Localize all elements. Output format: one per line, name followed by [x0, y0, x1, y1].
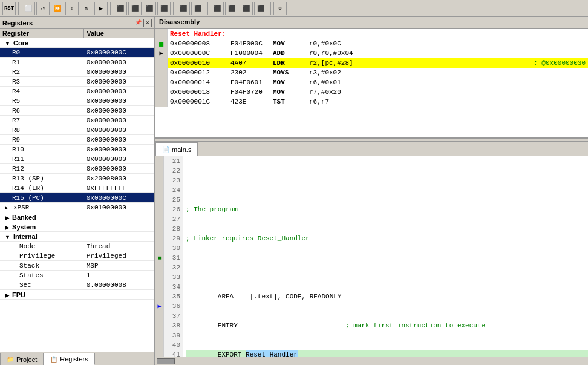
register-row-mode[interactable]: Mode Thread [0, 242, 154, 251]
rst-btn[interactable]: RST [2, 2, 16, 15]
line-num-26: 26 [164, 205, 180, 214]
register-row-sec[interactable]: Sec 0.00000008 [0, 280, 154, 290]
register-row-r2[interactable]: R2 0x00000000 [0, 67, 154, 77]
group-core[interactable]: ▼ Core [0, 38, 154, 48]
tb-btn-9[interactable]: ⬛ [143, 2, 156, 15]
hscroll-thumb[interactable] [157, 358, 175, 364]
register-row-r7[interactable]: R7 0x00000000 [0, 116, 154, 125]
system-expand-icon: ▶ [5, 225, 9, 231]
tb-btn-15[interactable]: ⬛ [240, 2, 253, 15]
right-panel: Disassembly Reset_Handler: ◼ 0x0000000 [155, 17, 588, 365]
gutter-breakpoint-31[interactable]: ■ [155, 253, 163, 263]
disasm-gutter-5 [155, 87, 168, 97]
comment-23: ; Linker requires Reset_Handler [186, 234, 310, 243]
disassembly-area[interactable]: Reset_Handler: ◼ 0x00000008 F04F000C MOV… [155, 29, 588, 138]
code-25: AREA |.text|, CODE, READONLY [186, 292, 341, 301]
register-row-r11[interactable]: R11 0x00000000 [0, 154, 154, 164]
disasm-label-text: Reset_Handler: [170, 30, 226, 38]
group-internal[interactable]: ▼ Internal [0, 232, 154, 242]
disasm-mnem-6: TST [273, 98, 309, 105]
tb-btn-7[interactable]: ⬛ [114, 2, 127, 15]
disasm-mnem-2: LDR [273, 59, 309, 67]
disasm-content-6: 0x0000001C 423E TST r6,r7 [168, 97, 588, 107]
register-row-xpsr[interactable]: ▶ xPSR 0x01000000 [0, 203, 154, 212]
registers-panel-title: Registers [2, 19, 33, 27]
disasm-line-3[interactable]: 0x00000012 2302 MOVS r3,#0x02 [155, 68, 588, 77]
disasm-line-1[interactable]: ▶ 0x0000000C F1000004 ADD r0,r0,#0x04 [155, 48, 588, 58]
tb-btn-6[interactable]: ▶ [94, 2, 108, 15]
tb-btn-11[interactable]: ⬛ [177, 2, 190, 15]
disasm-operand-5: r7,#0x20 [309, 88, 586, 96]
disasm-line-2[interactable]: 0x00000010 4A07 LDR r2,[pc,#28] ; @0x000… [155, 58, 588, 68]
source-area[interactable]: ■ ▶ 21 22 23 24 25 26 [155, 156, 588, 357]
tb-btn-10[interactable]: ⬛ [157, 2, 171, 15]
line-num-30: 30 [164, 243, 180, 253]
line-numbers: 21 22 23 24 25 26 27 28 29 30 31 32 33 3… [164, 156, 183, 357]
register-row-r6[interactable]: R6 0x00000000 [0, 106, 154, 116]
disasm-content-5: 0x00000018 F04F0720 MOV r7,#0x20 [168, 87, 588, 97]
register-row-r8[interactable]: R8 0x00000000 [0, 125, 154, 135]
line-num-36: 36 [164, 301, 180, 311]
tb-btn-8[interactable]: ⬛ [128, 2, 142, 15]
register-row-r9[interactable]: R9 0x00000000 [0, 135, 154, 145]
tb-btn-16[interactable]: ⬛ [254, 2, 267, 15]
disasm-hex-5: F04F0720 [230, 88, 273, 96]
gutter-spacer-30 [155, 243, 163, 253]
bottom-scrollbar[interactable] [155, 357, 588, 365]
source-code-content[interactable]: ; The program ; Linker requires Reset_Ha… [183, 156, 588, 357]
tb-btn-13[interactable]: ⬛ [211, 2, 224, 15]
tb-btn-5[interactable]: ⇅ [80, 2, 93, 15]
group-system[interactable]: ▶ System [0, 222, 154, 232]
toolbar: RST ⬜ ↺ ⏩ ↕ ⇅ ▶ ⬛ ⬛ ⬛ ⬛ ⬛ ⬛ ⬛ ⬛ ⬛ ⬛ ⚙ [0, 0, 588, 17]
disasm-mnem-3: MOVS [273, 69, 309, 76]
gutter-spacer-22 [155, 166, 163, 176]
disasm-gutter-6 [155, 97, 168, 107]
register-row-r3[interactable]: R3 0x00000000 [0, 77, 154, 87]
code-26: ENTRY [186, 321, 345, 330]
tb-btn-14[interactable]: ⬛ [225, 2, 238, 15]
tb-btn-2[interactable]: ↺ [36, 2, 50, 15]
tab-project[interactable]: 📁 Project [0, 353, 44, 365]
register-row-r10[interactable]: R10 0x00000000 [0, 145, 154, 154]
disasm-hex-1: F1000004 [230, 50, 273, 57]
code-line-21 [186, 176, 588, 185]
tab-registers[interactable]: 📋 Registers [44, 353, 94, 365]
register-row-stack[interactable]: Stack MSP [0, 261, 154, 271]
line-num-29: 29 [164, 234, 180, 243]
line-num-21: 21 [164, 156, 180, 166]
tb-btn-3[interactable]: ⏩ [51, 2, 64, 15]
register-row-states[interactable]: States 1 [0, 271, 154, 280]
disasm-addr-4: 0x00000014 [170, 79, 230, 86]
source-tab-mains[interactable]: 📄 main.s [155, 142, 198, 156]
register-row-r15[interactable]: R15 (PC) 0x0000000C [0, 193, 154, 203]
tb-btn-1[interactable]: ⬜ [22, 2, 35, 15]
gutter-arrow-36[interactable]: ▶ [155, 301, 163, 311]
register-row-r1[interactable]: R1 0x00000000 [0, 58, 154, 67]
tb-btn-17[interactable]: ⚙ [273, 2, 287, 15]
disasm-addr-3: 0x00000012 [170, 69, 230, 76]
disasm-line-5[interactable]: 0x00000018 F04F0720 MOV r7,#0x20 [155, 87, 588, 97]
register-row-r14[interactable]: R14 (LR) 0xFFFFFFFF [0, 183, 154, 193]
register-row-privilege[interactable]: Privilege Privileged [0, 251, 154, 261]
internal-expand-icon: ▼ [5, 234, 10, 240]
toolbar-sep-1 [18, 2, 19, 15]
tb-btn-4[interactable]: ↕ [65, 2, 79, 15]
group-fpu[interactable]: ▶ FPU [0, 290, 154, 300]
tb-btn-12[interactable]: ⬛ [191, 2, 204, 15]
register-row-r4[interactable]: R4 0x00000000 [0, 87, 154, 96]
register-row-r0[interactable]: R0 0x0000000C [0, 48, 154, 58]
disasm-line-6[interactable]: 0x0000001C 423E TST r6,r7 [155, 97, 588, 107]
disasm-operand-0: r0,#0x0C [309, 40, 586, 47]
disasm-line-0[interactable]: ◼ 0x00000008 F04F000C MOV r0,#0x0C [155, 39, 588, 48]
panel-close-btn[interactable]: ✕ [143, 19, 152, 27]
group-banked[interactable]: ▶ Banked [0, 212, 154, 222]
code-line-23: ; Linker requires Reset_Handler [186, 234, 588, 243]
disasm-line-4[interactable]: 0x00000014 F04F0601 MOV r6,#0x01 [155, 77, 588, 87]
register-row-r5[interactable]: R5 0x00000000 [0, 96, 154, 106]
register-row-r13[interactable]: R13 (SP) 0x20008000 [0, 174, 154, 183]
line-num-33: 33 [164, 272, 180, 282]
disasm-addr-1: 0x0000000C [170, 50, 230, 57]
disasm-content-1: 0x0000000C F1000004 ADD r0,r0,#0x04 [168, 48, 588, 58]
panel-pin-btn[interactable]: 📌 [134, 19, 142, 27]
register-row-r12[interactable]: R12 0x00000000 [0, 164, 154, 174]
